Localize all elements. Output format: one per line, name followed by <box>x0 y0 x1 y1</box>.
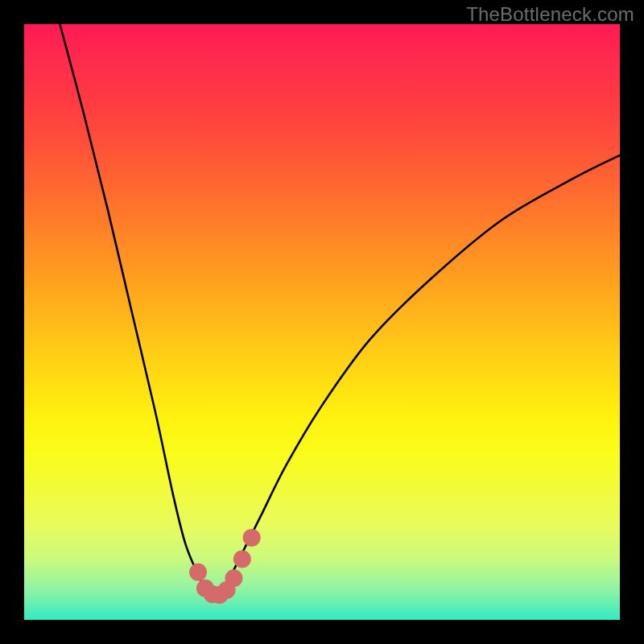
chart-frame: TheBottleneck.com <box>0 0 644 644</box>
highlight-point <box>189 564 207 581</box>
watermark-text: TheBottleneck.com <box>466 3 634 26</box>
plot-area <box>24 24 620 620</box>
highlight-points <box>189 529 261 604</box>
curve-svg <box>24 24 620 620</box>
highlight-point <box>243 529 261 547</box>
highlight-point <box>233 551 251 568</box>
bottleneck-curve <box>60 24 620 597</box>
highlight-point <box>225 569 242 587</box>
